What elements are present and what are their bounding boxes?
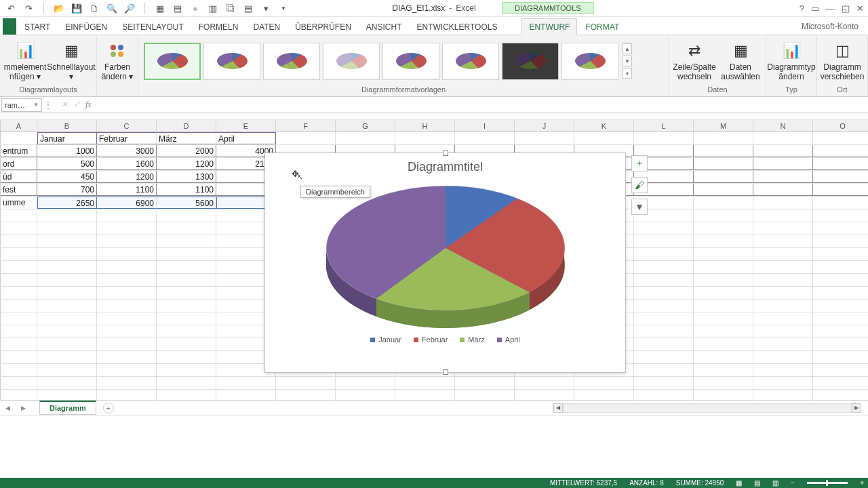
open-icon[interactable]: 📂 (54, 3, 64, 14)
group-data: ⇄ Zeile/Spalte wechseln ▦ Daten auswähle… (669, 35, 766, 96)
chart-filters-button[interactable]: ▼ (631, 199, 648, 215)
formula-buttons: ✕ ✓ fx (54, 100, 98, 110)
legend-swatch (414, 338, 418, 342)
pivot-icon[interactable]: ▦ (155, 3, 165, 14)
table-row[interactable] (0, 377, 868, 390)
new-icon[interactable]: 🗋 (89, 3, 100, 14)
cancel-formula-icon[interactable]: ✕ (61, 100, 68, 110)
app-name: Excel (456, 3, 475, 13)
sheet-nav-next[interactable]: ▶ (16, 405, 31, 411)
zoom-out-icon[interactable]: − (791, 479, 795, 487)
tab-developer[interactable]: ENTWICKLERTOOLS (410, 19, 505, 35)
tab-view[interactable]: ANSICHT (359, 19, 409, 35)
sort-icon[interactable]: ▤ (243, 3, 254, 14)
copy-icon[interactable]: ⿻ (225, 3, 236, 14)
quick-layout-icon: ▦ (61, 41, 81, 61)
preview-icon[interactable]: 🔎 (124, 3, 135, 14)
more-qat-icon[interactable]: ▼ (278, 3, 289, 14)
tab-start[interactable]: START (18, 19, 57, 35)
fx-icon[interactable]: fx (85, 100, 92, 110)
add-chart-element-button[interactable]: 📊 mmelement nfügen ▾ (4, 37, 46, 85)
switch-icon: ⇄ (684, 41, 705, 61)
chart-title[interactable]: Diagrammtitel (265, 153, 625, 177)
file-name: DIAG_EI1.xlsx (392, 3, 445, 13)
horizontal-scrollbar[interactable]: ⋮ ◀▶ (549, 403, 861, 413)
select-data-icon: ▦ (730, 41, 751, 61)
ms-account[interactable]: Microsoft-Konto (799, 18, 861, 35)
worksheet[interactable]: A B C D E F G H I J K L M N O Januar Feb… (0, 113, 868, 425)
save-icon[interactable]: 💾 (71, 3, 82, 14)
svg-point-3 (118, 52, 123, 57)
chart-elements-button[interactable]: ＋ (631, 155, 648, 171)
sheet-tab-bar: ◀ ▶ Diagramm + ⋮ ◀▶ (0, 400, 868, 415)
restore-icon[interactable]: ◱ (842, 3, 850, 14)
record-icon[interactable]: ● (190, 3, 201, 14)
print-preview-icon[interactable]: 🔍 (106, 3, 117, 14)
group-colors: Farben ändern ▾ (97, 35, 138, 96)
zoom-in-icon[interactable]: + (860, 479, 864, 487)
sheet-nav-prev[interactable]: ◀ (0, 405, 16, 411)
table-row[interactable]: Januar Februar März April (0, 132, 868, 145)
title-bar: ↶ ↷ 📂 💾 🗋 🔍 🔎 ▦ ▤ ● ▥ ⿻ ▤ ▾ ▼ DIAG_EI1.x… (0, 0, 868, 17)
svg-point-0 (111, 45, 116, 50)
chart-style-3[interactable] (263, 43, 320, 80)
help-icon[interactable]: ? (800, 3, 804, 14)
change-chart-type-button[interactable]: 📊 Diagrammtyp ändern (770, 37, 812, 85)
chart-style-8[interactable] (561, 43, 618, 80)
tab-data[interactable]: DATEN (246, 19, 287, 35)
table-icon[interactable]: ▤ (172, 3, 183, 14)
legend-item: April (497, 336, 520, 344)
quick-layout-button[interactable]: ▦ Schnelllayout ▾ (50, 37, 92, 85)
view-pagelayout-icon[interactable]: ▤ (754, 479, 760, 487)
svg-point-1 (118, 45, 123, 50)
sheet-tab-active[interactable]: Diagramm (39, 401, 96, 415)
move-chart-button[interactable]: ◫ Diagramm verschieben (821, 37, 863, 85)
status-mean: MITTELWERT: 6237,5 (550, 479, 617, 487)
ribbon-options-icon[interactable]: ▭ (811, 3, 819, 14)
chart-icon[interactable]: ▥ (208, 3, 218, 14)
legend-swatch (497, 338, 502, 342)
tab-insert[interactable]: EINFÜGEN (58, 19, 114, 35)
switch-row-col-button[interactable]: ⇄ Zeile/Spalte wechseln (673, 37, 715, 85)
redo-icon[interactable]: ↷ (23, 3, 34, 14)
undo-icon[interactable]: ↶ (5, 3, 16, 14)
formula-input[interactable] (98, 98, 868, 112)
file-tab[interactable] (3, 18, 16, 35)
chart-style-2[interactable] (203, 43, 260, 80)
select-data-button[interactable]: ▦ Daten auswählen (719, 37, 762, 85)
tab-formulas[interactable]: FORMELN (192, 19, 245, 35)
minimize-icon[interactable]: — (826, 3, 835, 14)
quick-access-toolbar: ↶ ↷ 📂 💾 🗋 🔍 🔎 ▦ ▤ ● ▥ ⿻ ▤ ▾ ▼ (0, 3, 289, 14)
add-sheet-button[interactable]: + (103, 403, 114, 413)
name-box[interactable]: ram…▼ (1, 98, 42, 112)
chart-style-4[interactable] (323, 43, 380, 80)
chart-tools-context: DIAGRAMMTOOLS (502, 2, 594, 14)
ribbon-tabs: START EINFÜGEN SEITENLAYOUT FORMELN DATE… (0, 17, 868, 35)
tab-design[interactable]: ENTWURF (521, 18, 577, 35)
close-icon[interactable]: ✕ (856, 3, 864, 14)
enter-formula-icon[interactable]: ✓ (73, 100, 80, 110)
tab-format[interactable]: FORMAT (578, 19, 626, 35)
legend-item: Februar (414, 336, 448, 344)
zoom-slider[interactable] (807, 482, 848, 484)
ribbon: 📊 mmelement nfügen ▾ ▦ Schnelllayout ▾ D… (0, 35, 868, 97)
move-chart-icon: ◫ (832, 41, 852, 61)
view-normal-icon[interactable]: ▦ (736, 479, 742, 487)
chart-legend[interactable]: Januar Februar März April (265, 333, 625, 349)
chart-styles-button[interactable]: 🖌 (631, 177, 648, 193)
chart-style-1[interactable] (144, 43, 201, 80)
svg-point-2 (111, 52, 116, 57)
tab-review[interactable]: ÜBERPRÜFEN (288, 19, 358, 35)
chart-style-5[interactable] (382, 43, 439, 80)
view-pagebreak-icon[interactable]: ▥ (772, 479, 778, 487)
tab-pagelayout[interactable]: SEITENLAYOUT (115, 19, 190, 35)
filter-icon[interactable]: ▾ (260, 3, 271, 14)
style-gallery-scroll[interactable]: ▲▼▾ (621, 42, 633, 80)
group-chart-styles: ▲▼▾ Diagrammformatvorlagen (138, 35, 669, 96)
pie-chart-svg (323, 180, 568, 329)
window-controls: ? ▭ — ◱ ✕ (800, 3, 864, 14)
chart-plot-area[interactable] (265, 177, 625, 333)
chart-style-6[interactable] (442, 43, 499, 80)
chart-style-7[interactable] (502, 43, 559, 80)
change-colors-button[interactable]: Farben ändern ▾ (101, 37, 134, 85)
